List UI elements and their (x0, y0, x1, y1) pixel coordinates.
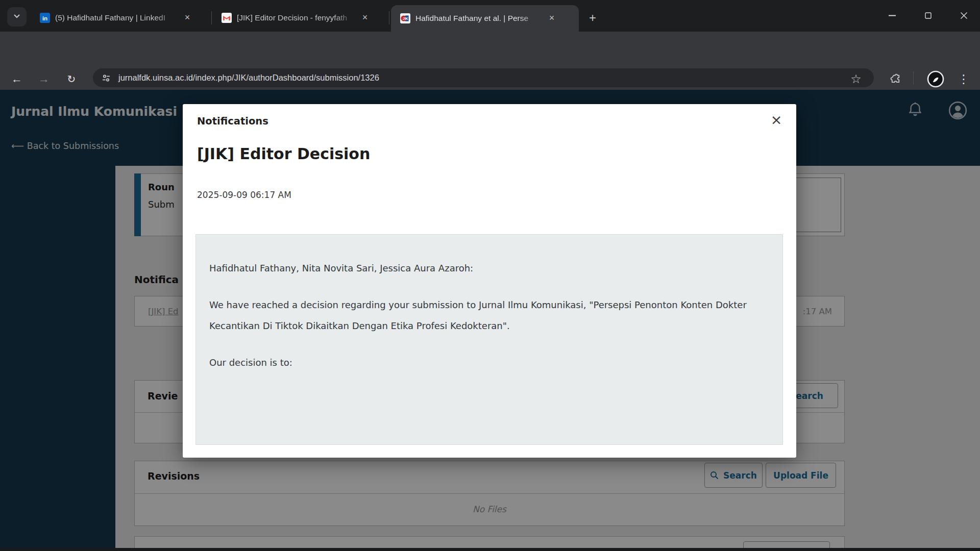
close-tab-icon[interactable]: × (545, 12, 558, 25)
gmail-icon (222, 13, 232, 23)
reload-icon[interactable]: ↻ (63, 70, 80, 88)
notifications-modal: Notifications × [JIK] Editor Decision 20… (183, 104, 796, 458)
window-maximize-button[interactable] (917, 6, 939, 24)
message-paragraph: Our decision is to: (209, 352, 767, 373)
chevron-down-icon (12, 11, 21, 22)
browser-menu-icon[interactable]: ⋮ (955, 70, 972, 88)
jik-journal-icon: JIK (400, 13, 410, 23)
site-settings-icon[interactable] (101, 73, 111, 83)
extensions-icon[interactable] (887, 70, 904, 88)
svg-text:in: in (42, 15, 47, 21)
profile-avatar[interactable] (927, 70, 944, 88)
toolbar-divider (913, 71, 914, 85)
url-text: jurnalfdk.uinsa.ac.id/index.php/JIK/auth… (118, 73, 379, 83)
tab-divider (389, 11, 389, 24)
tab-search-button[interactable] (7, 7, 27, 27)
notification-message-body: Hafidhatul Fathany, Nita Novita Sari, Je… (195, 234, 783, 445)
notification-date: 2025-09-09 06:17 AM (197, 190, 291, 200)
browser-window: in (5) Hafidhatul Fathany | LinkedI × [J… (0, 0, 980, 551)
tab-strip: in (5) Hafidhatul Fathany | LinkedI × [J… (0, 0, 980, 32)
svg-text:JIK: JIK (403, 17, 408, 20)
modal-title: Notifications (197, 115, 268, 127)
browser-toolbar: ← → ↻ jurnalfdk.uinsa.ac.id/index.php/JI… (0, 32, 980, 90)
tab-gmail[interactable]: [JIK] Editor Decision - fenyyfath × (214, 6, 388, 30)
bookmark-star-icon[interactable]: ☆ (847, 70, 865, 88)
tab-divider (211, 11, 212, 24)
forward-icon[interactable]: → (35, 70, 53, 88)
close-tab-icon[interactable]: × (181, 11, 194, 24)
linkedin-icon: in (40, 13, 50, 23)
tab-title: (5) Hafidhatul Fathany | LinkedI (55, 13, 178, 22)
tab-linkedin[interactable]: in (5) Hafidhatul Fathany | LinkedI × (32, 6, 209, 30)
message-paragraph: Hafidhatul Fathany, Nita Novita Sari, Je… (209, 258, 767, 279)
notification-heading: [JIK] Editor Decision (197, 145, 370, 163)
tab-jik-active[interactable]: JIK Hafidhatul Fathany et al. | Perse × (391, 5, 579, 32)
window-close-button[interactable] (953, 6, 974, 24)
tab-title: Hafidhatul Fathany et al. | Perse (415, 14, 542, 23)
new-tab-button[interactable]: + (585, 10, 600, 26)
message-paragraph: We have reached a decision regarding you… (209, 294, 767, 336)
address-bar[interactable]: jurnalfdk.uinsa.ac.id/index.php/JIK/auth… (93, 68, 874, 87)
window-minimize-button[interactable] (881, 6, 903, 24)
close-tab-icon[interactable]: × (358, 11, 372, 24)
tab-title: [JIK] Editor Decision - fenyyfath (237, 13, 355, 22)
close-icon[interactable]: × (768, 111, 785, 129)
back-icon[interactable]: ← (8, 70, 26, 88)
